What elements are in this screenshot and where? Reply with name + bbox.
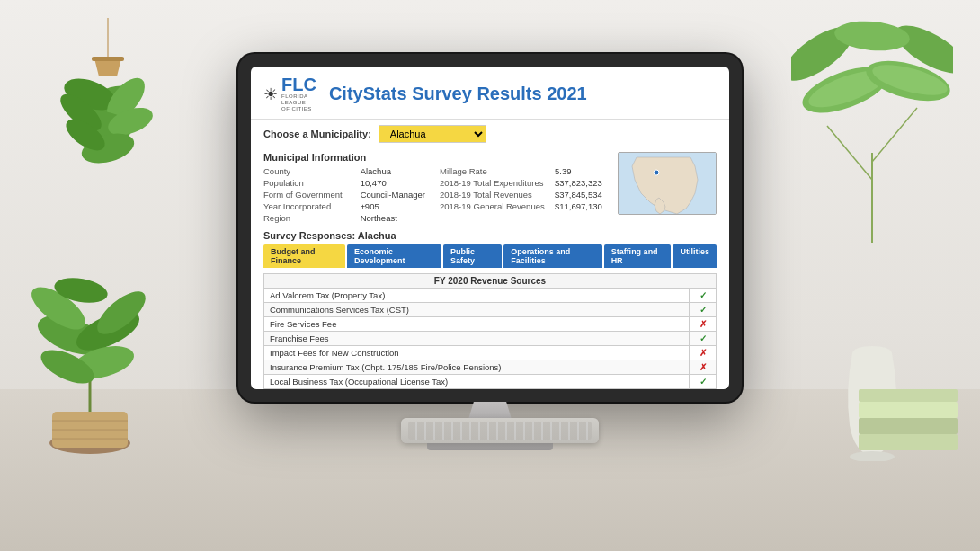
info-right-section: Millage Rate 5.39 2018-19 Total Expendit… [440,166,602,223]
svg-point-41 [654,170,659,175]
sun-icon: ☀ [263,84,278,104]
survey-label: Survey Responses: Alachua [263,230,717,241]
map-container: © Mapbox © OSM [618,152,717,223]
plant-left-top [54,18,162,198]
revenue-item-name: Insurance Premium Tax (Chpt. 175/185 Fir… [264,360,690,374]
svg-rect-37 [859,418,958,434]
florida-map: © Mapbox © OSM [618,152,717,215]
svg-rect-38 [859,402,958,418]
gen-revenues-value: $11,697,130 [555,201,602,211]
tab-staffing-hr[interactable]: Staffing and HR [604,244,672,268]
page-title: CityStats Survey Results 2021 [329,84,587,104]
table-row: Local Business Tax (Occupational License… [264,374,717,388]
svg-rect-2 [92,57,124,61]
municipality-row: Choose a Municipality: Alachua [251,120,729,148]
info-left-grid: County Alachua Population 10,470 Form of… [263,166,425,223]
revenue-item-name: Local Business Tax (Occupational License… [264,374,690,388]
tab-budget-finance[interactable]: Budget and Finance [263,244,345,268]
table-title: FY 2020 Revenue Sources [264,273,717,288]
table-row: Impact Fees for New Construction✗ [264,345,717,360]
flc-subtitle-line3: OF CITIES [281,106,316,112]
tab-operations-facilities[interactable]: Operations and Facilities [503,244,601,268]
revenue-item-status: ✓ [690,302,717,316]
revenues-row: 2018-19 Total Revenues $37,845,534 [440,190,602,200]
population-label: Population [263,178,343,188]
year-label: Year Incorporated [263,201,343,211]
svg-line-26 [872,108,917,162]
revenue-item-status: ✗ [690,360,717,374]
keyboard [401,418,599,443]
revenue-table-body: Ad Valorem Tax (Property Tax)✓Communicat… [264,288,717,388]
screen-header: ☀ FLC FLORIDA LEAGUE OF CITIES CityStats… [251,67,729,120]
monitor-screen: ☀ FLC FLORIDA LEAGUE OF CITIES CityStats… [251,67,729,389]
flc-text-block: FLC FLORIDA LEAGUE OF CITIES [281,76,316,113]
tab-utilities[interactable]: Utilities [673,244,717,268]
revenue-item-status: ✗ [690,345,717,360]
table-row: Ad Valorem Tax (Property Tax)✓ [264,288,717,302]
population-value: 10,470 [361,178,425,188]
revenue-item-status: ✗ [690,316,717,331]
svg-line-25 [827,126,872,180]
revenue-item-name: Ad Valorem Tax (Property Tax) [264,288,690,302]
revenue-item-name: Communications Services Tax (CST) [264,302,690,316]
revenue-item-status: ✓ [690,288,717,302]
region-value: Northeast [361,213,425,223]
survey-municipality: Alachua [358,230,396,241]
millage-value: 5.39 [555,166,572,176]
flc-subtitle-line1: FLORIDA [281,93,316,100]
plant-right [791,18,953,243]
svg-rect-36 [859,434,958,450]
gen-revenues-label: 2018-19 General Revenues [440,201,548,211]
books-stack [854,389,962,461]
flc-letters: FLC [281,76,316,93]
gen-revenues-row: 2018-19 General Revenues $11,697,130 [440,201,602,211]
monitor-bezel: ☀ FLC FLORIDA LEAGUE OF CITIES CityStats… [238,54,742,402]
tab-public-safety[interactable]: Public Safety [443,244,502,268]
screen-content: ☀ FLC FLORIDA LEAGUE OF CITIES CityStats… [251,67,729,389]
main-content-area: Municipal Information County Alachua Pop… [251,148,729,227]
year-value: ±905 [361,201,425,211]
revenue-item-status: ✓ [690,331,717,345]
county-value: Alachua [361,166,425,176]
municipality-select[interactable]: Alachua [379,125,486,143]
county-label: County [263,166,343,176]
expenditures-row: 2018-19 Total Expenditures $37,823,323 [440,178,602,188]
revenue-item-name: Fire Services Fee [264,316,690,331]
survey-section: Survey Responses: Alachua Budget and Fin… [251,227,729,389]
form-label: Form of Government [263,190,343,200]
info-panel: Municipal Information County Alachua Pop… [263,152,609,223]
expenditures-value: $37,823,323 [555,178,602,188]
millage-label: Millage Rate [440,166,548,176]
table-row: Insurance Premium Tax (Chpt. 175/185 Fir… [264,360,717,374]
revenues-label: 2018-19 Total Revenues [440,190,548,200]
municipality-label: Choose a Municipality: [263,129,371,139]
revenue-table: FY 2020 Revenue Sources Ad Valorem Tax (… [263,273,717,389]
table-row: Franchise Fees✓ [264,331,717,345]
flc-logo: ☀ FLC FLORIDA LEAGUE OF CITIES [263,76,316,113]
millage-row: Millage Rate 5.39 [440,166,602,176]
municipal-info-title: Municipal Information [263,152,609,163]
expenditures-label: 2018-19 Total Expenditures [440,178,548,188]
region-label: Region [263,213,343,223]
tab-economic-development[interactable]: Economic Development [347,244,441,268]
form-value: Council-Manager [361,190,425,200]
revenue-item-name: Impact Fees for New Construction [264,345,690,360]
revenue-item-status: ✓ [690,374,717,388]
table-row: Communications Services Tax (CST)✓ [264,302,717,316]
revenue-item-name: Franchise Fees [264,331,690,345]
monitor: ☀ FLC FLORIDA LEAGUE OF CITIES CityStats… [238,54,742,450]
revenues-value: $37,845,534 [555,190,602,200]
flc-subtitle-line2: LEAGUE [281,100,316,106]
svg-rect-39 [859,389,958,402]
tabs-bar: Budget and Finance Economic Development … [263,244,717,268]
table-row: Fire Services Fee✗ [264,316,717,331]
plant-left-bottom [18,263,162,461]
